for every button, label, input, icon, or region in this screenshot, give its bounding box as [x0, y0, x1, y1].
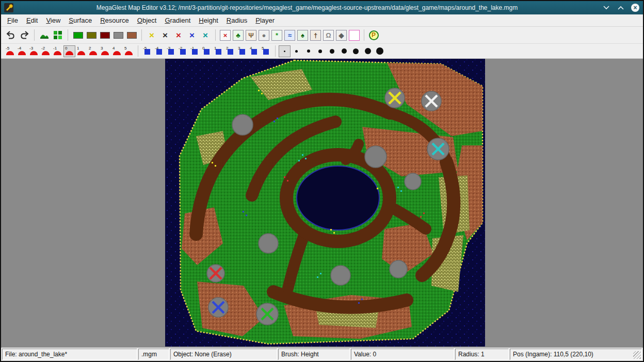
height--2-button[interactable]: -2	[40, 45, 52, 57]
gradient-3-button[interactable]: 3	[236, 45, 248, 57]
menu-resource[interactable]: Resource	[96, 15, 133, 26]
object-bush-button[interactable]: *	[271, 30, 282, 41]
resource-3-icon: ×	[176, 31, 181, 40]
object-hanged-button[interactable]: †	[310, 30, 321, 41]
height-brush-icon	[113, 51, 121, 55]
gradient-1-button[interactable]: 1	[213, 45, 224, 57]
gradient-5-button[interactable]: 5	[260, 45, 272, 57]
gradient--3-button[interactable]: -3	[165, 45, 177, 57]
resource-4-button[interactable]: ×	[185, 28, 199, 42]
status-object: Object: None (Erase)	[170, 349, 277, 360]
redo-button[interactable]	[18, 28, 31, 42]
undo-icon	[6, 30, 16, 40]
redo-icon	[19, 30, 29, 40]
height-1-button[interactable]: 1	[75, 45, 87, 57]
menu-gradient[interactable]: Gradient	[160, 15, 195, 26]
height--4-button[interactable]: -4	[16, 45, 28, 57]
gradient-4-button[interactable]: 4	[248, 45, 260, 57]
menu-surface[interactable]: Surface	[65, 15, 96, 26]
maximize-button[interactable]	[616, 3, 625, 12]
resource-gold-icon: ×	[149, 31, 154, 40]
radius-8-button[interactable]	[362, 45, 374, 57]
terrain-brush-button[interactable]	[51, 28, 65, 42]
surface-ground-button[interactable]	[125, 28, 138, 42]
resource-5-icon: ×	[203, 31, 208, 40]
height-group: -5-4-3-2-1012345	[4, 45, 135, 57]
object-none-erase-button[interactable]: ×	[220, 30, 231, 41]
object-tree-button[interactable]: ♣	[233, 30, 244, 41]
gradient--2-button[interactable]: -2	[177, 45, 189, 57]
gradient-brush-icon	[204, 49, 210, 55]
object-big-tree-button[interactable]: ♠	[297, 30, 308, 41]
surface-grass-button[interactable]	[71, 28, 85, 42]
undo-button[interactable]	[4, 28, 18, 42]
gradient-value-label: 4	[250, 46, 252, 51]
gradient-0-button[interactable]: 0	[201, 45, 213, 57]
height--1-button[interactable]: -1	[52, 45, 63, 57]
radius-7-button[interactable]	[350, 45, 362, 57]
menu-object[interactable]: Object	[133, 15, 161, 26]
resource-3-button[interactable]: ×	[172, 28, 185, 42]
resource-stone-button[interactable]: ×	[158, 28, 172, 42]
status-extension: .mgm	[138, 349, 169, 360]
map-canvas[interactable]	[165, 59, 485, 347]
height-value-label: -1	[53, 46, 57, 51]
minimize-button[interactable]	[602, 3, 611, 12]
radius-4-button[interactable]	[314, 45, 326, 57]
object-stone-button[interactable]: ●	[259, 30, 269, 41]
radius-2-button[interactable]	[291, 45, 302, 57]
object-water-object-button[interactable]: ≈	[284, 30, 295, 41]
resource-gold-button[interactable]: ×	[145, 28, 158, 42]
height--3-button[interactable]: -3	[28, 45, 40, 57]
radius-5-button[interactable]	[326, 45, 338, 57]
height-5-button[interactable]: 5	[123, 45, 135, 57]
height-brush-icon	[42, 51, 50, 55]
height-value-label: 1	[77, 46, 79, 51]
menu-edit[interactable]: Edit	[22, 15, 42, 26]
toolbar-separator	[141, 29, 142, 41]
toolbar-separator	[34, 29, 35, 41]
height-brush-icon	[89, 51, 97, 55]
terrain-cells-icon	[53, 30, 63, 40]
height-brush-icon	[125, 51, 133, 55]
height-2-button[interactable]: 2	[87, 45, 99, 57]
gradient--1-button[interactable]: -1	[189, 45, 201, 57]
surface-road-button[interactable]	[98, 28, 111, 42]
gradient-2-button[interactable]: 2	[224, 45, 236, 57]
surface-stone-button[interactable]	[111, 28, 125, 42]
resource-5-button[interactable]: ×	[199, 28, 212, 42]
height-value-label: 3	[101, 46, 103, 51]
radius-6-button[interactable]	[338, 45, 350, 57]
menu-view[interactable]: View	[42, 15, 65, 26]
height-brush-icon	[66, 51, 73, 55]
gradient-value-label: -3	[167, 46, 170, 51]
menu-player[interactable]: Player	[251, 15, 279, 26]
title-bar[interactable]: MegaGlest Map Editor v3.12; /mnt/3-parti…	[1, 1, 643, 14]
gradient-value-label: 2	[226, 46, 228, 51]
surface-secondary-grass-button[interactable]	[85, 28, 98, 42]
menu-file[interactable]: File	[3, 15, 22, 26]
radius-1-button[interactable]	[279, 45, 291, 57]
height-value-label: -3	[29, 46, 33, 51]
grass-brush-button[interactable]	[38, 28, 51, 42]
object-dead-tree-button[interactable]: Ψ	[246, 30, 256, 41]
resize-grip[interactable]	[633, 351, 641, 359]
gradient--4-button[interactable]: -4	[153, 45, 165, 57]
gradient--5-button[interactable]: -5	[141, 45, 153, 57]
radius-9-button[interactable]	[374, 45, 385, 57]
object-invisible-blocking-button[interactable]	[349, 30, 360, 41]
height-3-button[interactable]: 3	[99, 45, 111, 57]
menu-height[interactable]: Height	[195, 15, 222, 26]
radius-3-button[interactable]	[302, 45, 314, 57]
height--5-button[interactable]: -5	[4, 45, 16, 57]
menu-radius[interactable]: Radius	[222, 15, 251, 26]
radius-dot-icon	[284, 51, 285, 52]
object-statue-button[interactable]: Ω	[323, 30, 334, 41]
object-group: ×♣Ψ●*≈♠†Ω◆	[219, 30, 361, 41]
height-4-button[interactable]: 4	[111, 45, 123, 57]
height-0-button[interactable]: 0	[63, 45, 75, 57]
gradient-value-label: 0	[202, 46, 204, 51]
object-big-rock-button[interactable]: ◆	[336, 30, 347, 41]
player-placement-button[interactable]: P	[367, 29, 380, 41]
close-button[interactable]: ×	[631, 3, 640, 12]
